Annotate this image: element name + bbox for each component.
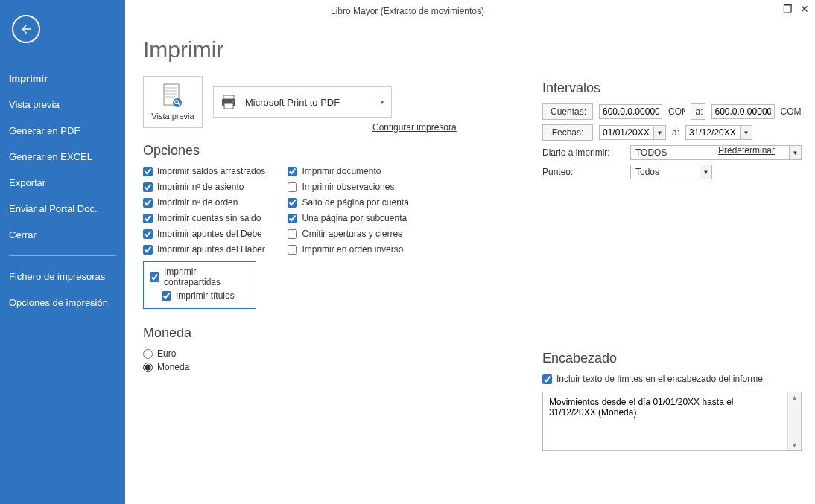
chk-apuntes-haber[interactable]: Imprimir apuntes del Haber — [143, 244, 265, 255]
chk-cuentas-sin-saldo[interactable]: Imprimir cuentas sin saldo — [143, 213, 265, 223]
chk-orden-inverso[interactable]: Imprimir en orden inverso — [288, 244, 408, 255]
intervalos-heading: Intervalos — [542, 80, 802, 96]
vista-previa-button[interactable]: Vista previa — [143, 76, 203, 128]
opciones-col2: Imprimir documento Imprimir observacione… — [288, 166, 408, 309]
window-controls: ❐ ✕ — [783, 3, 809, 15]
arrow-left-icon — [19, 22, 33, 36]
chk-incluir-texto-limites[interactable]: Incluir texto de límites en el encabezad… — [542, 374, 802, 384]
chk-omitir-aperturas[interactable]: Omitir aperturas y cierres — [288, 229, 408, 239]
encabezado-section: Encabezado Incluir texto de límites en e… — [542, 351, 802, 451]
scroll-up-icon[interactable]: ▲ — [791, 394, 798, 401]
chevron-down-icon[interactable]: ▼ — [653, 126, 665, 139]
sidebar-item-imprimir[interactable]: Imprimir — [0, 66, 125, 92]
svg-point-7 — [232, 101, 234, 102]
sidebar: Imprimir Vista previa Generar en PDF Gen… — [0, 0, 125, 504]
opciones-col1: Imprimir saldos arrastrados Imprimir nº … — [143, 166, 265, 309]
cuentas-button[interactable]: Cuentas: — [542, 103, 593, 120]
chk-pagina-subcuenta[interactable]: Una página por subcuenta — [288, 213, 408, 223]
sidebar-item-exportar[interactable]: Exportar — [0, 170, 125, 196]
punteo-label: Punteo: — [542, 167, 624, 177]
restore-icon[interactable]: ❐ — [783, 3, 793, 15]
sidebar-item-vista-previa[interactable]: Vista previa — [0, 92, 125, 118]
window-title: Libro Mayor (Extracto de movimientos) — [331, 6, 484, 16]
a-button-cuentas[interactable]: a: — [691, 103, 705, 120]
chevron-down-icon[interactable]: ▼ — [740, 126, 752, 139]
sidebar-item-cerrar[interactable]: Cerrar — [0, 222, 125, 248]
fechas-button[interactable]: Fechas: — [542, 124, 593, 141]
document-preview-icon — [162, 83, 183, 109]
encabezado-heading: Encabezado — [542, 351, 802, 366]
cuenta-to-input[interactable] — [711, 104, 775, 119]
fecha-to-combo[interactable]: ▼ — [685, 125, 752, 140]
cuenta-from-desc: COMPRAS DE MER — [668, 106, 685, 117]
diario-value: TODOS — [631, 146, 789, 159]
chevron-down-icon: ▼ — [379, 99, 385, 106]
printer-name: Microsoft Print to PDF — [245, 97, 340, 108]
diario-combo[interactable]: TODOS▼ — [630, 145, 802, 160]
sidebar-separator — [9, 255, 116, 256]
chk-titulos[interactable]: Imprimir títulos — [162, 290, 250, 301]
configurar-impresora-link[interactable]: Configurar impresora — [372, 122, 457, 133]
printer-selector[interactable]: Microsoft Print to PDF ▼ — [213, 86, 392, 118]
chk-saldos-arrastrados[interactable]: Imprimir saldos arrastrados — [143, 166, 265, 176]
close-icon[interactable]: ✕ — [800, 3, 809, 15]
vista-previa-label: Vista previa — [151, 112, 194, 121]
chk-num-asiento[interactable]: Imprimir nº de asiento — [143, 182, 265, 192]
svg-rect-6 — [224, 103, 233, 109]
chk-apuntes-debe[interactable]: Imprimir apuntes del Debe — [143, 229, 265, 239]
chk-documento[interactable]: Imprimir documento — [288, 166, 408, 176]
right-panel: Intervalos Cuentas: COMPRAS DE MER a: CO… — [542, 70, 802, 451]
chevron-down-icon[interactable]: ▼ — [789, 146, 801, 159]
diario-label: Diario a imprimir: — [542, 147, 624, 158]
punteo-value: Todos — [631, 165, 700, 179]
sidebar-item-generar-excel[interactable]: Generar en EXCEL — [0, 144, 125, 170]
encabezado-textarea[interactable] — [543, 392, 787, 450]
chk-observaciones[interactable]: Imprimir observaciones — [288, 182, 408, 192]
fecha-from-combo[interactable]: ▼ — [599, 125, 666, 140]
fecha-to-input[interactable] — [686, 126, 740, 139]
sidebar-item-opciones-impresion[interactable]: Opciones de impresión — [0, 290, 125, 316]
highlight-group: Imprimir contrapartidas Imprimir títulos — [143, 261, 256, 309]
back-button[interactable] — [12, 15, 40, 43]
main-panel: Imprimir Vista previa Microsoft Print to… — [125, 22, 815, 504]
chk-contrapartidas[interactable]: Imprimir contrapartidas — [150, 267, 250, 287]
intervalos-section: Cuentas: COMPRAS DE MER a: COMPRAS DE ME… — [542, 103, 802, 179]
sidebar-item-generar-pdf[interactable]: Generar en PDF — [0, 118, 125, 144]
sidebar-item-fichero-impresoras[interactable]: Fichero de impresoras — [0, 264, 125, 290]
svg-rect-4 — [223, 95, 234, 99]
cuenta-to-desc: COMPRAS DE MERC — [781, 106, 802, 117]
scroll-down-icon[interactable]: ▼ — [791, 441, 798, 449]
punteo-combo[interactable]: Todos▼ — [630, 165, 712, 179]
chk-num-orden[interactable]: Imprimir nº de orden — [143, 197, 265, 208]
cuenta-from-input[interactable] — [599, 104, 662, 119]
scrollbar[interactable]: ▲▼ — [787, 392, 801, 450]
fecha-from-input[interactable] — [600, 126, 653, 139]
printer-icon — [220, 93, 238, 111]
page-title: Imprimir — [143, 37, 797, 63]
sidebar-item-enviar-portal[interactable]: Enviar al Portal Doc. — [0, 196, 125, 222]
encabezado-textarea-wrap: ▲▼ — [542, 392, 802, 451]
svg-point-1 — [173, 98, 182, 107]
chk-salto-pagina[interactable]: Salto de página por cuenta — [288, 197, 408, 208]
a-label-fechas: a: — [672, 127, 679, 138]
chevron-down-icon[interactable]: ▼ — [700, 165, 711, 179]
